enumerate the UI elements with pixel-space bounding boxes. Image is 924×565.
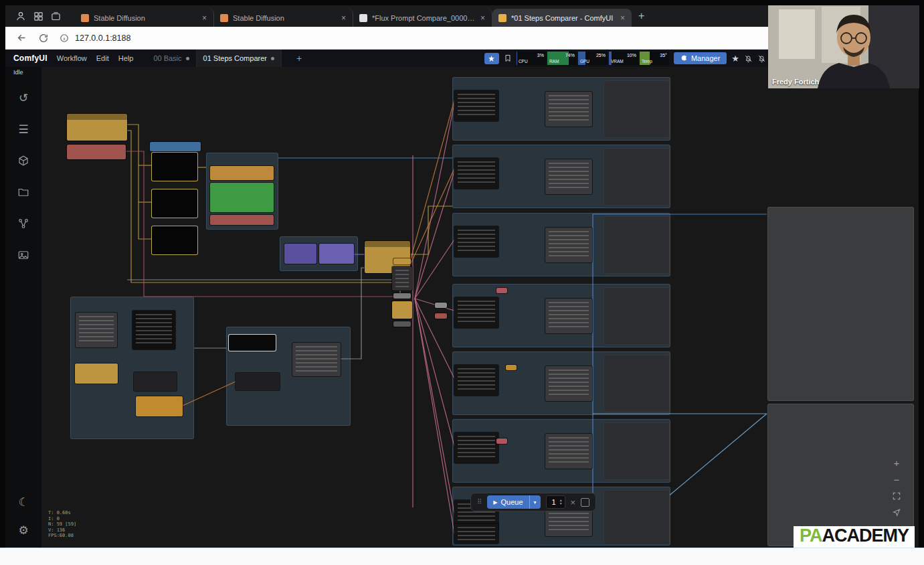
folder-icon[interactable] — [17, 185, 30, 199]
tab-search-icon[interactable] — [47, 7, 64, 25]
fit-view-icon[interactable] — [892, 491, 901, 501]
graph-node[interactable] — [604, 355, 669, 412]
graph-node[interactable] — [132, 311, 175, 349]
graph-node[interactable] — [292, 343, 341, 376]
queue-button[interactable]: ▶ Queue ▾ — [487, 495, 540, 509]
settings-icon[interactable]: ⚙ — [17, 523, 30, 537]
browser-tab[interactable]: *Flux Prompt Compare_00001_ -× — [353, 9, 492, 27]
graph-node[interactable] — [284, 244, 316, 264]
graph-node[interactable] — [604, 81, 669, 137]
graph-node[interactable] — [604, 217, 669, 273]
menu-edit[interactable]: Edit — [96, 54, 109, 62]
count-stepper[interactable]: ▲▼ — [559, 499, 563, 505]
notification-off-icon-2[interactable] — [757, 54, 766, 63]
star-icon[interactable]: ★ — [731, 54, 739, 64]
canvas-toggle-icon[interactable] — [484, 53, 499, 64]
tab-close-icon[interactable]: × — [201, 14, 207, 22]
graph-node[interactable] — [319, 244, 354, 264]
graph-node[interactable] — [67, 145, 126, 159]
graph-node[interactable] — [545, 92, 592, 127]
graph-node[interactable] — [136, 396, 183, 416]
queue-dropdown-icon[interactable]: ▾ — [529, 495, 541, 509]
manager-button[interactable]: Manager — [674, 52, 727, 64]
graph-node[interactable] — [454, 90, 498, 121]
bookmark-icon[interactable] — [504, 54, 512, 63]
new-workflow-button[interactable]: + — [296, 53, 302, 64]
graph-node[interactable] — [604, 149, 669, 205]
back-icon[interactable] — [16, 32, 27, 44]
graph-node[interactable] — [134, 372, 177, 391]
graph-node[interactable] — [496, 288, 507, 293]
notification-off-icon[interactable] — [744, 54, 753, 63]
graph-node[interactable] — [506, 365, 517, 370]
graph-node[interactable] — [435, 313, 447, 319]
graph-node[interactable] — [496, 438, 507, 444]
graph-node[interactable] — [604, 491, 669, 544]
drag-handle-icon[interactable]: ⠿ — [477, 499, 482, 505]
select-mode-icon[interactable] — [892, 507, 901, 517]
graph-node[interactable] — [454, 432, 498, 463]
graph-node[interactable] — [454, 523, 498, 544]
graph-node[interactable] — [152, 189, 197, 218]
profile-icon[interactable] — [12, 7, 29, 25]
graph-node[interactable] — [75, 364, 118, 384]
graph-node[interactable] — [604, 423, 669, 479]
graph-node[interactable] — [393, 293, 411, 299]
graph-node[interactable] — [150, 142, 201, 151]
browser-tab[interactable]: Stable Diffusion× — [75, 9, 214, 27]
node-templates-icon[interactable] — [17, 217, 30, 230]
graph-node[interactable] — [392, 266, 412, 291]
models-icon[interactable] — [17, 154, 30, 167]
comfyui-logo[interactable]: ComfyUI — [13, 54, 48, 63]
address-bar[interactable]: 127.0.0.1:8188 — [60, 33, 130, 43]
workspaces-icon[interactable] — [29, 7, 47, 25]
theme-icon[interactable]: ☾ — [17, 495, 30, 509]
menu-help[interactable]: Help — [118, 54, 134, 62]
graph-node[interactable] — [545, 159, 592, 194]
menu-workflow[interactable]: Workflow — [57, 54, 87, 62]
new-tab-button[interactable]: + — [638, 10, 644, 22]
graph-node[interactable] — [210, 183, 274, 212]
gallery-icon[interactable] — [17, 248, 30, 262]
screen: Stable Diffusion×Stable Diffusion×*Flux … — [0, 0, 924, 565]
graph-node[interactable] — [768, 208, 913, 400]
graph-node[interactable] — [454, 158, 498, 189]
graph-node[interactable] — [392, 301, 412, 319]
graph-node[interactable] — [210, 215, 274, 225]
graph-node[interactable] — [604, 288, 669, 344]
tab-favicon — [220, 14, 228, 22]
batch-count-input[interactable]: 1 ▲▼ — [546, 495, 565, 509]
tab-close-icon[interactable]: × — [620, 14, 626, 22]
graph-node[interactable] — [545, 366, 592, 401]
browser-tab[interactable]: Stable Diffusion× — [214, 9, 353, 27]
graph-node[interactable] — [454, 226, 498, 257]
graph-node[interactable] — [545, 299, 592, 333]
zoom-in-icon[interactable]: + — [894, 458, 900, 468]
graph-node[interactable] — [435, 303, 447, 308]
graph-node[interactable] — [454, 297, 498, 328]
clear-queue-icon[interactable]: × — [571, 498, 576, 507]
graph-node[interactable] — [393, 258, 411, 264]
refresh-icon[interactable] — [38, 33, 49, 44]
graph-node[interactable] — [76, 313, 117, 347]
browser-tab[interactable]: *01 Steps Comparer - ComfyUI× — [492, 9, 632, 27]
graph-node[interactable] — [67, 114, 127, 141]
tab-close-icon[interactable]: × — [341, 14, 347, 22]
workflow-tab[interactable]: 00 Basic — [147, 50, 196, 67]
tab-close-icon[interactable]: × — [480, 14, 486, 22]
info-icon[interactable] — [60, 33, 69, 43]
graph-node[interactable] — [210, 166, 274, 180]
graph-node[interactable] — [454, 365, 498, 396]
graph-node[interactable] — [152, 226, 197, 254]
history-icon[interactable]: ↺ — [17, 91, 30, 104]
zoom-out-icon[interactable]: − — [894, 475, 900, 485]
graph-node[interactable] — [152, 153, 197, 181]
graph-node[interactable] — [393, 321, 411, 327]
stop-icon[interactable] — [581, 498, 589, 507]
workflow-tab[interactable]: 01 Steps Comparer — [197, 50, 282, 67]
queue-icon[interactable]: ☰ — [17, 123, 30, 136]
graph-node[interactable] — [229, 335, 276, 351]
graph-node[interactable] — [236, 373, 280, 390]
graph-node[interactable] — [545, 228, 592, 262]
graph-node[interactable] — [545, 434, 592, 469]
